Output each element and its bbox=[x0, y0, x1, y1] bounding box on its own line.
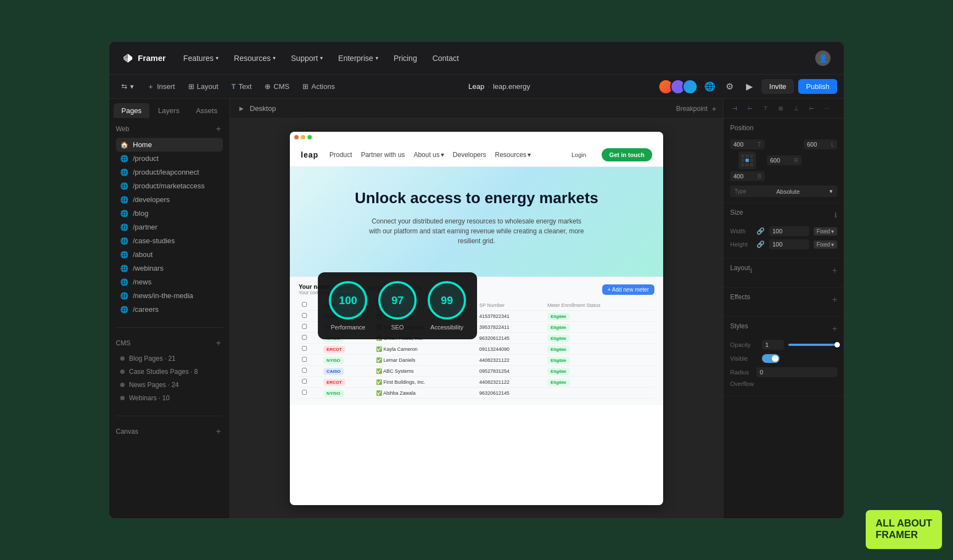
cms-case-studies[interactable]: Case Studies Pages · 8 bbox=[116, 365, 223, 378]
page-home[interactable]: 🏠 Home bbox=[116, 138, 223, 152]
nav-support[interactable]: Support ▾ bbox=[291, 54, 323, 63]
add-breakpoint-btn[interactable]: + bbox=[712, 104, 716, 113]
nav-pricing[interactable]: Pricing bbox=[394, 54, 417, 63]
globe-small-icon10: 🌐 bbox=[120, 278, 128, 286]
add-web-page-btn[interactable]: + bbox=[214, 125, 223, 133]
insert-btn[interactable]: ＋ Insert bbox=[142, 79, 181, 94]
actions-btn[interactable]: ⊞ Actions bbox=[297, 80, 340, 93]
height-input[interactable] bbox=[769, 239, 809, 249]
layout-btn[interactable]: ⊞ Layout bbox=[183, 80, 224, 93]
height-row: Height 🔗 Fixed ▾ bbox=[730, 239, 837, 249]
add-styles-btn[interactable]: + bbox=[832, 324, 837, 334]
width-label: Width bbox=[730, 228, 752, 234]
height-type-select[interactable]: Fixed ▾ bbox=[814, 240, 837, 249]
cms-icon: ⊕ bbox=[265, 82, 271, 91]
page-about[interactable]: 🌐 /about bbox=[116, 248, 223, 261]
position-anchor bbox=[730, 152, 765, 169]
align-right-icon[interactable]: ⊤ bbox=[759, 102, 772, 115]
page-partner[interactable]: 🌐 /partner bbox=[116, 220, 223, 234]
globe-small-icon3: 🌐 bbox=[120, 182, 128, 190]
visible-label: Visible bbox=[730, 355, 758, 362]
link-icon2: 🔗 bbox=[756, 240, 765, 248]
radius-input[interactable] bbox=[756, 367, 837, 377]
nav-resources[interactable]: Resources ▾ bbox=[234, 54, 276, 63]
page-product-marketaccess[interactable]: 🌐 /product/marketaccess bbox=[116, 179, 223, 193]
user-avatar[interactable]: 👤 bbox=[815, 51, 831, 66]
toggle-thumb bbox=[772, 355, 778, 362]
add-layout-btn[interactable]: + bbox=[832, 266, 837, 276]
visible-toggle[interactable] bbox=[762, 354, 780, 363]
opacity-slider[interactable] bbox=[788, 344, 837, 346]
invite-button[interactable]: Invite bbox=[761, 79, 794, 94]
align-center-icon[interactable]: ⊢ bbox=[743, 102, 756, 115]
page-careers[interactable]: 🌐 /careers bbox=[116, 303, 223, 316]
position-title: Position bbox=[730, 124, 837, 132]
settings-icon-btn[interactable]: ⚙ bbox=[722, 79, 737, 94]
globe-small-icon4: 🌐 bbox=[120, 196, 128, 204]
page-news[interactable]: 🌐 /news bbox=[116, 275, 223, 289]
add-canvas-btn[interactable]: + bbox=[214, 427, 223, 436]
globe-small-icon2: 🌐 bbox=[120, 169, 128, 176]
hero-title: Unlock access to energy markets bbox=[306, 189, 647, 208]
align-top-icon[interactable]: ⊥ bbox=[789, 102, 803, 115]
watermark-line1: ALL ABOUT bbox=[876, 518, 932, 530]
publish-button[interactable]: Publish bbox=[798, 79, 837, 94]
overflow-row: Overflow bbox=[730, 380, 837, 387]
size-section: Size ℹ Width 🔗 Fixed ▾ bbox=[724, 203, 844, 259]
distribute-icon[interactable]: ⊞ bbox=[774, 102, 787, 115]
position-type-select[interactable]: Type Absolute ▾ bbox=[730, 186, 837, 197]
right-panel: ⊣ ⊢ ⊤ ⊞ ⊥ ⊢ ⋯ Position T bbox=[723, 99, 844, 518]
add-meter-btn[interactable]: + Add new meter bbox=[602, 284, 654, 295]
back-btn[interactable]: ⇆ ▾ bbox=[116, 80, 139, 93]
bottom-input[interactable]: B bbox=[730, 171, 765, 181]
framer-logo-icon bbox=[122, 53, 133, 64]
right-input[interactable]: R bbox=[767, 155, 801, 165]
nav-enterprise[interactable]: Enterprise ▾ bbox=[338, 54, 378, 63]
top-input[interactable]: T bbox=[730, 139, 765, 149]
page-blog[interactable]: 🌐 /blog bbox=[116, 206, 223, 220]
project-domain: leap.energy bbox=[493, 82, 530, 91]
link-icon: 🔗 bbox=[756, 227, 765, 235]
dot-fullscreen bbox=[307, 135, 312, 139]
page-news-in-the-media[interactable]: 🌐 /news/in-the-media bbox=[116, 289, 223, 303]
page-product[interactable]: 🌐 /product bbox=[116, 152, 223, 165]
width-type-select[interactable]: Fixed ▾ bbox=[814, 227, 837, 236]
market-badge: ERCOT bbox=[323, 379, 345, 386]
nav-features[interactable]: Features ▾ bbox=[183, 54, 218, 63]
width-input[interactable] bbox=[769, 226, 809, 236]
page-case-studies[interactable]: 🌐 /case-studies bbox=[116, 234, 223, 248]
cms-blog-pages[interactable]: Blog Pages · 21 bbox=[116, 352, 223, 365]
add-effects-btn[interactable]: + bbox=[832, 295, 837, 305]
nav-right: 👤 bbox=[815, 51, 831, 66]
status-badge: Eligible bbox=[547, 379, 569, 386]
canvas-content: leap Product Partner with us About us ▾ … bbox=[230, 119, 723, 518]
cms-btn[interactable]: ⊕ CMS bbox=[259, 80, 295, 93]
globe-icon-btn[interactable]: 🌐 bbox=[702, 79, 717, 94]
pnav-partner: Partner with us bbox=[361, 151, 405, 159]
text-btn[interactable]: T Text bbox=[226, 80, 257, 93]
page-product-leapconnect[interactable]: 🌐 /product/leapconnect bbox=[116, 165, 223, 179]
tab-pages[interactable]: Pages bbox=[114, 103, 149, 118]
preview-logo: leap bbox=[301, 150, 318, 159]
dot-minimize bbox=[301, 135, 305, 139]
status-badge: Eligible bbox=[547, 368, 569, 375]
cms-dot-icon2 bbox=[120, 369, 125, 374]
chevron-down-icon3: ▾ bbox=[831, 242, 834, 248]
left-input[interactable]: L bbox=[804, 139, 838, 149]
page-developers[interactable]: 🌐 /developers bbox=[116, 193, 223, 206]
more-icon[interactable]: ⋯ bbox=[820, 102, 833, 115]
tab-assets[interactable]: Assets bbox=[188, 103, 225, 118]
desktop-play-btn[interactable]: ▶ bbox=[237, 104, 246, 114]
add-cms-btn[interactable]: + bbox=[214, 339, 223, 348]
nav-contact[interactable]: Contact bbox=[433, 54, 459, 63]
align-left-icon[interactable]: ⊣ bbox=[728, 102, 741, 115]
opacity-input[interactable] bbox=[762, 340, 784, 350]
tab-layers[interactable]: Layers bbox=[150, 103, 187, 118]
page-webinars[interactable]: 🌐 /webinars bbox=[116, 261, 223, 275]
accessibility-circle: 99 bbox=[428, 281, 466, 320]
cms-webinars[interactable]: Webinars · 10 bbox=[116, 391, 223, 405]
align-bottom-icon[interactable]: ⊢ bbox=[805, 102, 818, 115]
play-icon-btn[interactable]: ▶ bbox=[742, 79, 757, 94]
cms-news-pages[interactable]: News Pages · 24 bbox=[116, 378, 223, 391]
score-seo: 97 SEO bbox=[378, 281, 417, 331]
